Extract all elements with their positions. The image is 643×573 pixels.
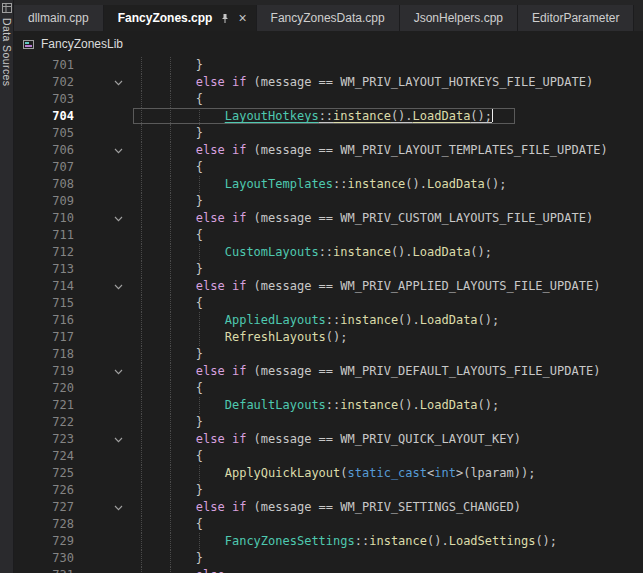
code-text[interactable]: } [138,193,643,210]
tab-fancyzones-cpp[interactable]: FancyZones.cpp× [104,5,257,31]
indent-guide [199,465,200,482]
code-text[interactable]: DefaultLayouts::instance().LoadData(); [138,397,643,414]
fold-toggle[interactable] [74,142,138,159]
code-token: else if [196,211,247,225]
line-number[interactable]: 719 [14,363,74,380]
code-token: (); [478,313,500,327]
code-text[interactable]: { [138,159,643,176]
line-number[interactable]: 718 [14,346,74,363]
code-text[interactable]: else if (message == WM_PRIV_CUSTOM_LAYOU… [138,210,643,227]
line-number[interactable]: 709 [14,193,74,210]
code-text[interactable]: else if (message == WM_PRIV_LAYOUT_HOTKE… [138,74,643,91]
code-token: CustomLayouts [225,245,319,259]
line-number[interactable]: 713 [14,261,74,278]
tab-dllmain-cpp[interactable]: dllmain.cpp [14,5,104,31]
code-text[interactable]: else if (message == WM_PRIV_LAYOUT_TEMPL… [138,142,643,159]
fold-toggle[interactable] [74,210,138,227]
code-line-727: 727 else if (message == WM_PRIV_SETTINGS… [14,499,643,516]
line-number[interactable]: 722 [14,414,74,431]
fold-margin [74,193,138,210]
line-number[interactable]: 720 [14,380,74,397]
fold-margin [74,448,138,465]
code-line-702: 702 else if (message == WM_PRIV_LAYOUT_H… [14,74,643,91]
code-text[interactable]: { [138,91,643,108]
line-number[interactable]: 714 [14,278,74,295]
code-text[interactable]: else [138,567,643,573]
line-number[interactable]: 702 [14,74,74,91]
line-number[interactable]: 712 [14,244,74,261]
code-token: :: [326,313,340,327]
line-number[interactable]: 717 [14,329,74,346]
side-tab-data-sources[interactable]: Data Sources [0,0,14,573]
fold-toggle[interactable] [74,567,138,573]
close-icon[interactable]: × [238,11,246,25]
line-number[interactable]: 716 [14,312,74,329]
code-text[interactable]: { [138,295,643,312]
fold-toggle[interactable] [74,431,138,448]
code-token [138,534,225,548]
code-text[interactable]: } [138,346,643,363]
line-number[interactable]: 708 [14,176,74,193]
line-number[interactable]: 707 [14,159,74,176]
pin-icon[interactable] [220,13,230,24]
code-text[interactable]: } [138,482,643,499]
indent-guide [141,499,142,516]
code-token: (message == WM_PRIV_APPLIED_LAYOUTS_FILE… [246,279,600,293]
line-number[interactable]: 706 [14,142,74,159]
chevron-down-icon [114,505,123,511]
line-number[interactable]: 704 [14,108,74,125]
vs-editor-window: Data Sources dllmain.cppFancyZones.cpp×F… [0,0,643,573]
line-number[interactable]: 729 [14,533,74,550]
code-text[interactable]: RefreshLayouts(); [138,329,643,346]
code-text[interactable]: LayoutTemplates::instance().LoadData(); [138,176,643,193]
tab-jsonhelpers-cpp[interactable]: JsonHelpers.cpp [400,5,518,31]
line-number[interactable]: 730 [14,550,74,567]
code-text[interactable]: } [138,125,643,142]
code-text[interactable]: else if (message == WM_PRIV_QUICK_LAYOUT… [138,431,643,448]
line-number[interactable]: 710 [14,210,74,227]
code-text[interactable]: FancyZonesSettings::instance().LoadSetti… [138,533,643,550]
code-text[interactable]: { [138,380,643,397]
fold-toggle[interactable] [74,363,138,380]
tab-fancyzonesdata-cpp[interactable]: FancyZonesData.cpp [257,5,400,31]
tab-editorparameter[interactable]: EditorParameter [518,5,634,31]
line-number[interactable]: 727 [14,499,74,516]
code-text[interactable]: LayoutHotkeys::instance().LoadData(); [138,108,643,125]
code-line-728: 728 { [14,516,643,533]
code-text[interactable]: CustomLayouts::instance().LoadData(); [138,244,643,261]
code-token: (message == WM_PRIV_LAYOUT_HOTKEYS_FILE_… [246,75,593,89]
code-token: :: [319,245,333,259]
line-number[interactable]: 724 [14,448,74,465]
line-number[interactable]: 715 [14,295,74,312]
line-number[interactable]: 711 [14,227,74,244]
line-number[interactable]: 728 [14,516,74,533]
code-text[interactable]: } [138,550,643,567]
code-text[interactable]: { [138,448,643,465]
code-text[interactable]: } [138,57,643,74]
code-line-711: 711 { [14,227,643,244]
code-text[interactable]: else if (message == WM_PRIV_SETTINGS_CHA… [138,499,643,516]
fold-toggle[interactable] [74,278,138,295]
fold-margin [74,397,138,414]
line-number[interactable]: 705 [14,125,74,142]
code-editor[interactable]: 701 }702 else if (message == WM_PRIV_LAY… [14,57,643,573]
line-number[interactable]: 726 [14,482,74,499]
line-number[interactable]: 703 [14,91,74,108]
line-number[interactable]: 721 [14,397,74,414]
code-text[interactable]: AppliedLayouts::instance().LoadData(); [138,312,643,329]
code-text[interactable]: { [138,227,643,244]
code-text[interactable]: { [138,516,643,533]
breadcrumb[interactable]: FancyZonesLib [14,31,643,57]
line-number[interactable]: 731 [14,567,74,573]
code-text[interactable]: else if (message == WM_PRIV_DEFAULT_LAYO… [138,363,643,380]
code-text[interactable]: } [138,414,643,431]
code-text[interactable]: else if (message == WM_PRIV_APPLIED_LAYO… [138,278,643,295]
fold-toggle[interactable] [74,74,138,91]
line-number[interactable]: 725 [14,465,74,482]
line-number[interactable]: 701 [14,57,74,74]
code-token: LoadData [420,398,478,412]
code-text[interactable]: ApplyQuickLayout(static_cast<int>(lparam… [138,465,643,482]
fold-toggle[interactable] [74,499,138,516]
line-number[interactable]: 723 [14,431,74,448]
code-text[interactable]: } [138,261,643,278]
